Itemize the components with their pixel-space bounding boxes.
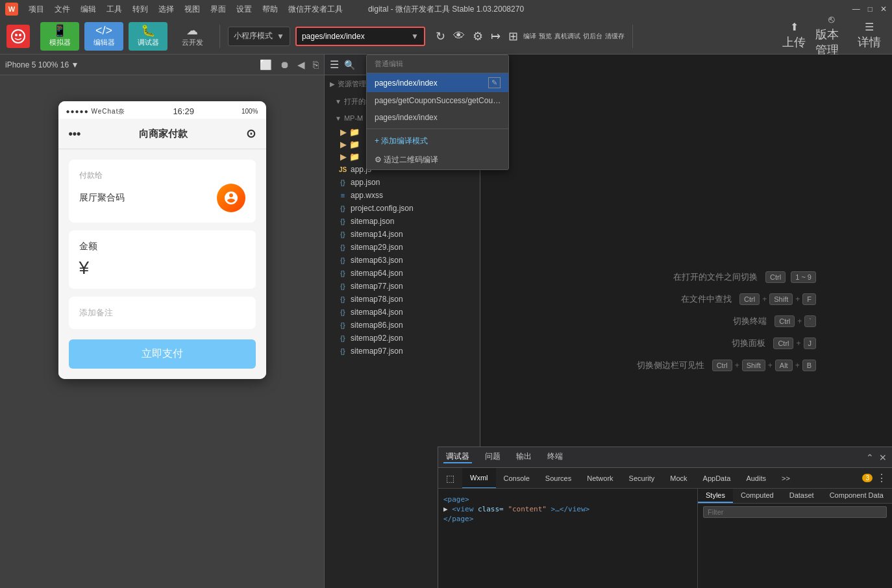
debug-tab-mock[interactable]: Mock <box>662 468 695 489</box>
file-sitemap14[interactable]: {} sitemap14.json <box>325 228 480 241</box>
toolbar: 📱 模拟器 </> 编辑器 🐛 调试器 ☁ 云开发 小程序模式 ▼ pages/… <box>0 18 892 55</box>
window-close[interactable]: ✕ <box>880 5 887 14</box>
debug-tab-issues[interactable]: 问题 <box>482 451 503 463</box>
debug-tab-output[interactable]: 输出 <box>514 451 534 463</box>
eye-icon: 👁 <box>453 29 465 43</box>
file-sitemap97[interactable]: {} sitemap97.json <box>325 345 480 358</box>
debug-tab-sources[interactable]: Sources <box>538 468 579 489</box>
debug-collapse-icon[interactable]: ⌃ <box>866 452 874 463</box>
key-ctrl-1: Ctrl <box>765 271 786 283</box>
refresh-button[interactable]: ↻ <box>436 29 445 43</box>
debug-close-icon[interactable]: ✕ <box>879 452 887 463</box>
scan-icon[interactable]: ⊙ <box>246 127 256 141</box>
forward-button[interactable]: ↦ <box>491 29 501 43</box>
file-sitemap[interactable]: {} sitemap.json <box>325 215 480 228</box>
styles-tab-computed[interactable]: Computed <box>733 489 782 503</box>
dropdown-qr[interactable]: ⚙ 适过二维码编译 <box>367 151 508 169</box>
debug-tab-audits[interactable]: Audits <box>738 468 774 489</box>
debug-tab-terminal[interactable]: 终端 <box>545 451 565 463</box>
separator-1 <box>219 25 220 48</box>
xml-view-expand[interactable]: ▶ <box>443 505 448 513</box>
window-minimize[interactable]: — <box>852 5 860 14</box>
file-sitemap84[interactable]: {} sitemap84.json <box>325 306 480 319</box>
debug-tab-network[interactable]: Network <box>579 468 621 489</box>
xml-view-attr: class= <box>478 505 504 513</box>
record-icon[interactable]: ⏺ <box>280 59 290 71</box>
debug-tab-wxml[interactable]: Wxml <box>462 468 496 489</box>
simulator-button[interactable]: 📱 模拟器 <box>40 22 79 51</box>
gear-icon: ⚙ <box>473 29 483 43</box>
file-sitemap64[interactable]: {} sitemap64.json <box>325 267 480 280</box>
page-path-selector[interactable]: pages/index/index ▼ <box>295 27 425 46</box>
rotate-icon[interactable]: ⬜ <box>260 59 272 71</box>
mode-selector[interactable]: 小程序模式 ▼ <box>228 27 290 46</box>
file-sitemap77[interactable]: {} sitemap77.json <box>325 280 480 293</box>
folder-expand-icon[interactable]: ▶ 📁 <box>340 127 360 137</box>
folder2-icon[interactable]: ▶ 📁 <box>340 140 360 149</box>
menu-item-edit[interactable]: 编辑 <box>81 4 96 15</box>
debug-options-icon[interactable]: ⋮ <box>876 472 887 484</box>
menu-item-view[interactable]: 视图 <box>184 4 200 15</box>
dropdown-item-1[interactable]: pages/index/index ✎ <box>367 73 508 92</box>
menu-item-wechat-tools[interactable]: 微信开发者工具 <box>288 4 343 15</box>
file-sitemap29[interactable]: {} sitemap29.json <box>325 241 480 254</box>
file-sitemap86[interactable]: {} sitemap86.json <box>325 319 480 332</box>
dropdown-item-2[interactable]: pages/getCouponSuccess/getCou… <box>367 92 508 109</box>
cloud-button[interactable]: ☁ 云开发 <box>173 22 212 51</box>
menu-item-tools[interactable]: 工具 <box>106 4 122 15</box>
key-b: B <box>802 360 816 371</box>
folder3-icon[interactable]: ▶ 📁 <box>340 152 360 162</box>
back-icon[interactable]: ◀ <box>297 59 305 71</box>
styles-tab-styles[interactable]: Styles <box>698 489 733 503</box>
menu-item-goto[interactable]: 转到 <box>132 4 148 15</box>
window-maximize[interactable]: □ <box>868 5 873 14</box>
layers-icon: ⊞ <box>508 29 518 43</box>
note-label: 添加备注 <box>79 308 113 317</box>
menu-item-project[interactable]: 项目 <box>29 4 44 15</box>
device-info[interactable]: iPhone 5 100% 16 ▼ <box>5 60 79 69</box>
file-sitemap78[interactable]: {} sitemap78.json <box>325 293 480 306</box>
menu-item-help[interactable]: 帮助 <box>262 4 278 15</box>
edit-icon-1[interactable]: ✎ <box>488 77 501 88</box>
file-app-wxss[interactable]: ≡ app.wxss <box>325 189 480 202</box>
file-sitemap63[interactable]: {} sitemap63.json <box>325 254 480 267</box>
upload-button[interactable]: ⬆ 上传 <box>778 21 810 51</box>
editor-button[interactable]: </> 编辑器 <box>84 22 123 51</box>
file-sitemap92[interactable]: {} sitemap92.json <box>325 332 480 345</box>
debugger-button[interactable]: 🐛 调试器 <box>129 22 167 51</box>
pay-button[interactable]: 立即支付 <box>69 339 256 369</box>
debug-tab-console[interactable]: Console <box>496 468 538 489</box>
file-menu-icon[interactable]: ☰ <box>330 58 339 71</box>
menu-item-settings[interactable]: 设置 <box>236 4 252 15</box>
menu-item-file[interactable]: 文件 <box>55 4 70 15</box>
version-button[interactable]: ⎋ 版本管理 <box>815 14 848 59</box>
details-button[interactable]: ☰ 详情 <box>853 21 886 51</box>
amount-label: 金额 <box>79 241 245 252</box>
dropdown-add-mode[interactable]: + 添加编译模式 <box>367 132 508 151</box>
xml-page-close: </page> <box>443 515 473 523</box>
debug-tab-selector-icon[interactable]: ⬚ <box>438 468 462 489</box>
debug-panel: 调试器 问题 输出 终端 ⌃ ✕ ⬚ Wxml Console Sources … <box>438 447 892 588</box>
styles-tab-component[interactable]: Component Data <box>822 489 891 503</box>
file-name-app-json: app.json <box>351 178 380 187</box>
styles-tab-dataset[interactable]: Dataset <box>782 489 822 503</box>
json-icon-11: {} <box>338 321 348 329</box>
toolbar-actions: ↻ 👁 ⚙ ↦ ⊞ <box>436 29 518 43</box>
file-project-config[interactable]: {} project.config.json <box>325 202 480 215</box>
shortcut-keys-4: Ctrl + J <box>773 337 816 349</box>
copy-icon[interactable]: ⎘ <box>313 59 319 71</box>
dropdown-item-3[interactable]: pages/index/index <box>367 109 508 126</box>
debug-tab-debugger[interactable]: 调试器 <box>443 451 472 463</box>
menu-item-select[interactable]: 选择 <box>158 4 174 15</box>
settings-button[interactable]: ⚙ <box>473 29 483 43</box>
preview-toggle[interactable]: 👁 <box>453 29 465 43</box>
menu-item-interface[interactable]: 界面 <box>210 4 226 15</box>
file-search-icon[interactable]: 🔍 <box>344 60 355 70</box>
key-1-9: 1 ~ 9 <box>791 271 816 283</box>
debug-tab-security[interactable]: Security <box>621 468 663 489</box>
debug-tab-appdata[interactable]: AppData <box>695 468 739 489</box>
file-app-json[interactable]: {} app.json <box>325 176 480 189</box>
debug-tab-more[interactable]: >> <box>774 468 798 489</box>
filter-input[interactable] <box>703 506 887 518</box>
layers-button[interactable]: ⊞ <box>508 29 518 43</box>
